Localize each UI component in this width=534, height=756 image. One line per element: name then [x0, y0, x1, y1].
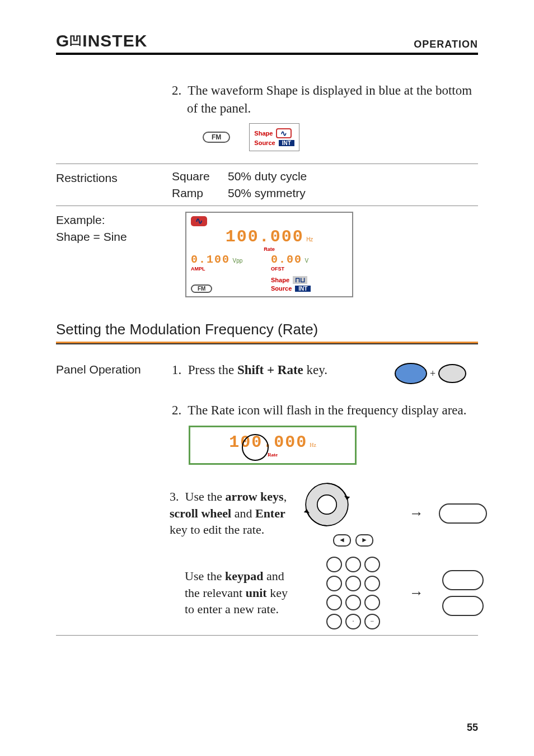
- divider: [56, 206, 478, 206]
- ofst-unit: V: [305, 258, 308, 264]
- sine-icon: ∿: [276, 128, 292, 138]
- source-value: INT: [279, 140, 294, 146]
- svg-point-0: [395, 363, 427, 384]
- ampl-value: 0.100: [191, 253, 230, 266]
- rate-caption: Rate: [191, 246, 348, 252]
- panel-operation-label: Panel Operation: [56, 361, 165, 377]
- rate-value: 100.000: [226, 227, 304, 246]
- shape-label: Shape: [271, 277, 289, 283]
- fm-pill: FM: [203, 132, 230, 143]
- restrictions-table: Square 50% duty cycle Ramp 50% symmetry: [172, 170, 478, 200]
- step-2-shape-text: 2. The waveform Shape is displayed in bl…: [172, 82, 478, 118]
- restriction-shape-1: Ramp: [172, 186, 228, 200]
- arrow-right-key-icon: ►: [355, 534, 373, 547]
- scroll-wheel-icon: [303, 480, 351, 529]
- step-3-text-b: Use the keypad and the relevant unit key…: [170, 568, 298, 618]
- page-number: 55: [467, 722, 478, 734]
- enter-key-icon: [439, 503, 487, 524]
- rate-caption: Rate: [229, 452, 316, 458]
- restriction-note-1: 50% symmetry: [228, 186, 478, 200]
- plus-icon: +: [430, 368, 435, 380]
- ampl-unit: Vpp: [232, 258, 242, 264]
- arrow-right-icon: →: [408, 585, 425, 601]
- source-label: Source: [271, 285, 292, 292]
- highlight-circle-icon: [242, 434, 269, 461]
- unit-keys-icon: [429, 570, 496, 616]
- mini-panel-shape-source: Shape ∿ Source INT: [249, 123, 299, 151]
- fm-pill: FM: [191, 284, 212, 293]
- square-icon: ⊓⊔: [293, 276, 307, 284]
- rate-unit: Hz: [310, 442, 316, 448]
- brand-g: G: [56, 31, 69, 50]
- restriction-note-0: 50% duty cycle: [228, 170, 478, 183]
- svg-point-3: [317, 494, 336, 514]
- section-heading: Setting the Modulation Frequency (Rate): [56, 321, 478, 338]
- arrow-left-key-icon: ◄: [333, 534, 351, 547]
- sine-icon: ∿: [191, 216, 207, 226]
- restriction-shape-0: Square: [172, 170, 228, 183]
- section-title: OPERATION: [414, 39, 478, 50]
- scroll-and-arrows-graphic: ◄ ►: [303, 480, 404, 547]
- shift-key-icon: [394, 361, 428, 386]
- figure-shape-indicator: FM Shape ∿ Source INT: [172, 120, 478, 158]
- accent-divider: [56, 342, 478, 344]
- shape-label: Shape: [254, 130, 273, 137]
- ofst-caption: OFST: [271, 266, 348, 272]
- rate-unit: Hz: [306, 236, 313, 242]
- brand-logo: G凹INSTEK: [56, 31, 147, 50]
- restrictions-label: Restrictions: [56, 170, 165, 186]
- ampl-caption: AMPL: [191, 266, 268, 272]
- example-label: Example: Shape = Sine: [56, 212, 165, 245]
- arrow-right-icon: →: [408, 505, 425, 522]
- rate-display-figure: 100.000 Hz Rate: [189, 426, 357, 465]
- ofst-value: 0.00: [271, 253, 302, 266]
- brand-rest: INSTEK: [82, 31, 147, 50]
- svg-point-1: [439, 365, 466, 382]
- page-header: G凹INSTEK OPERATION: [56, 31, 478, 55]
- rate-key-icon: [438, 362, 467, 385]
- numeric-keypad-icon: ·−: [303, 557, 404, 629]
- source-value: INT: [295, 286, 311, 292]
- step-2-rate-text: 2. The Rate icon will flash in the frequ…: [172, 402, 478, 419]
- divider: [56, 635, 478, 636]
- step-3-text-a: 3. Use the arrow keys, scroll wheel and …: [170, 488, 298, 538]
- example-display-panel: ∿ 100.000 Hz Rate 0.100 Vpp AMPL 0.00 V: [185, 212, 353, 297]
- step-1-text: 1. Press the Shift + Rate key.: [172, 361, 390, 379]
- shift-rate-key-graphic: +: [394, 361, 478, 386]
- source-label: Source: [254, 139, 275, 146]
- divider: [56, 164, 478, 164]
